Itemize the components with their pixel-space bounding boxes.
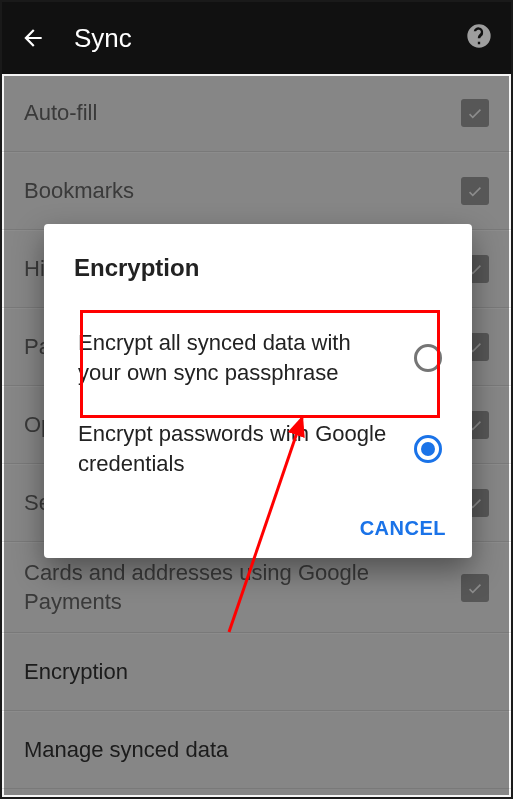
help-icon[interactable] [465,22,493,54]
encryption-dialog: Encryption Encrypt all synced data with … [44,224,472,558]
dialog-title: Encryption [44,224,472,312]
option-encrypt-google[interactable]: Encrypt passwords with Google credential… [44,403,472,494]
app-frame: Sync Auto-fill Bookmarks History Passwor… [0,0,513,799]
option-encrypt-passphrase[interactable]: Encrypt all synced data with your own sy… [44,312,472,403]
dialog-actions: CANCEL [44,495,472,540]
option-label: Encrypt passwords with Google credential… [78,419,414,478]
radio-selected-icon[interactable] [414,435,442,463]
back-arrow-icon[interactable] [20,25,46,51]
radio-unselected-icon[interactable] [414,344,442,372]
cancel-button[interactable]: CANCEL [360,517,446,540]
option-label: Encrypt all synced data with your own sy… [78,328,414,387]
app-header: Sync [2,2,511,74]
page-title: Sync [74,23,465,54]
